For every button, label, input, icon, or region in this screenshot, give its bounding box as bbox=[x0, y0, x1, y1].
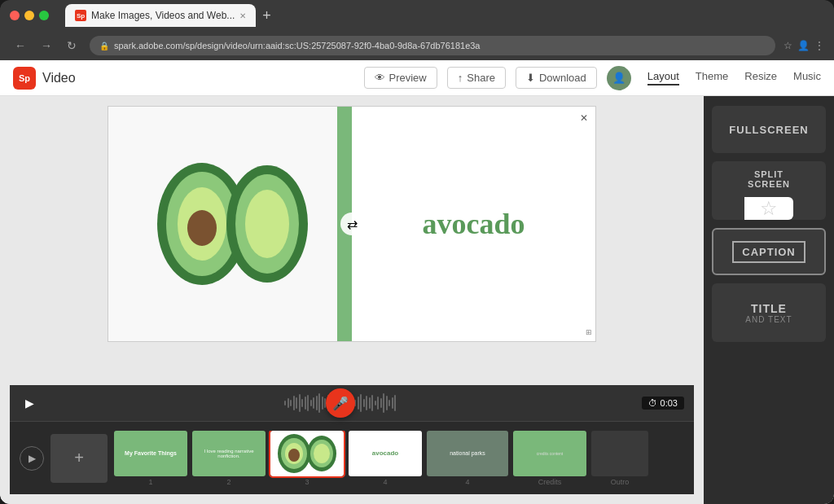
waveform-bar bbox=[377, 397, 379, 410]
close-traffic-light[interactable] bbox=[10, 11, 20, 20]
split-screen-right: ☆ bbox=[744, 197, 793, 220]
add-slide-button[interactable]: + bbox=[50, 434, 108, 483]
waveform-bar bbox=[380, 398, 382, 408]
browser-window: Sp Make Images, Videos and Web... ✕ + ← … bbox=[0, 0, 834, 504]
url-text: spark.adobe.com/sp/design/video/urn:aaid… bbox=[114, 41, 766, 50]
swap-icon[interactable]: ⇄ bbox=[340, 213, 363, 235]
slide-thumbnail-5[interactable]: national parks bbox=[427, 431, 508, 476]
filmstrip-slide-5: national parks 4 bbox=[427, 431, 508, 486]
back-button[interactable]: ← bbox=[10, 37, 31, 54]
plus-icon: + bbox=[74, 449, 84, 467]
slide-4-number: 4 bbox=[383, 478, 387, 486]
split-screen-label: SPLIT SCREEN bbox=[748, 169, 790, 189]
reload-button[interactable]: ↻ bbox=[62, 37, 81, 54]
slide-2-number: 2 bbox=[226, 478, 230, 486]
slide-3-mini-avocado bbox=[271, 432, 343, 476]
download-label: Download bbox=[539, 72, 586, 84]
nav-layout[interactable]: Layout bbox=[647, 70, 679, 85]
fullscreen-label: FULLSCREEN bbox=[721, 116, 816, 144]
tab-bar: Sp Make Images, Videos and Web... ✕ + bbox=[65, 4, 824, 27]
slide-outro-number: Outro bbox=[611, 478, 630, 486]
microphone-button[interactable]: 🎤 bbox=[326, 388, 355, 418]
app-title: Video bbox=[42, 71, 76, 85]
right-nav: Layout Theme Resize Music bbox=[647, 70, 821, 85]
logo-area: Sp Video bbox=[13, 67, 76, 90]
slide-left: ⇄ bbox=[108, 107, 352, 341]
layout-option-title[interactable]: TITLE AND TEXT bbox=[712, 283, 826, 342]
preview-label: Preview bbox=[389, 72, 427, 84]
filmstrip-slides: My Favorite Things 1 I love reading narr… bbox=[114, 431, 648, 486]
slide-thumbnail-2[interactable]: I love reading narrative nonfiction. bbox=[192, 431, 266, 476]
profile-icon[interactable]: 👤 bbox=[797, 40, 810, 51]
menu-icon[interactable]: ⋮ bbox=[814, 40, 824, 51]
filmstrip-play-button[interactable]: ▶ bbox=[20, 446, 44, 471]
forward-button[interactable]: → bbox=[36, 37, 57, 54]
slide-5-text: national parks bbox=[450, 450, 485, 456]
clock-icon: ⏱ bbox=[648, 398, 657, 408]
user-avatar[interactable]: 👤 bbox=[607, 66, 631, 90]
share-button[interactable]: ↑ Share bbox=[447, 67, 506, 89]
browser-nav-buttons: ← → ↻ bbox=[10, 37, 81, 54]
title-bar: Sp Make Images, Videos and Web... ✕ + bbox=[0, 0, 834, 31]
caption-label: CAPTION bbox=[732, 241, 805, 263]
nav-resize[interactable]: Resize bbox=[744, 70, 777, 85]
slide-thumbnail-3[interactable] bbox=[270, 431, 344, 476]
tab-title: Make Images, Videos and Web... bbox=[91, 10, 235, 21]
split-screen-left: SPLIT SCREEN bbox=[748, 161, 790, 197]
avocado-illustration bbox=[141, 142, 320, 305]
spark-logo: Sp bbox=[13, 67, 36, 90]
maximize-traffic-light[interactable] bbox=[39, 11, 49, 20]
layout-option-fullscreen[interactable]: FULLSCREEN bbox=[712, 106, 826, 153]
app-content: Sp Video 👁 Preview ↑ Share ⬇ Download 👤 bbox=[0, 60, 834, 504]
video-canvas: ✕ bbox=[108, 106, 596, 342]
slide-1-number: 1 bbox=[148, 478, 152, 486]
tab-close-button[interactable]: ✕ bbox=[239, 11, 246, 20]
svg-point-6 bbox=[245, 190, 289, 258]
slide-thumbnail-credits[interactable]: credits content bbox=[513, 431, 586, 476]
slide-thumbnail-1[interactable]: My Favorite Things bbox=[114, 431, 187, 476]
new-tab-button[interactable]: + bbox=[256, 7, 278, 24]
waveform-bar bbox=[375, 401, 376, 405]
and-text-label: AND TEXT bbox=[745, 315, 792, 324]
waveform-bar bbox=[316, 396, 318, 410]
waveform-bar bbox=[284, 401, 286, 405]
filmstrip-slide-1: My Favorite Things 1 bbox=[114, 431, 187, 486]
waveform-bar bbox=[383, 393, 384, 413]
split-label-line1: SPLIT bbox=[754, 169, 784, 179]
preview-button[interactable]: 👁 Preview bbox=[364, 67, 437, 89]
nav-theme[interactable]: Theme bbox=[696, 70, 728, 85]
layout-option-split-screen[interactable]: SPLIT SCREEN ☆ bbox=[712, 161, 826, 220]
minimize-traffic-light[interactable] bbox=[24, 11, 34, 20]
waveform-bar bbox=[296, 397, 297, 409]
waveform-bar bbox=[313, 397, 314, 409]
nav-music[interactable]: Music bbox=[793, 70, 821, 85]
slide-thumbnail-4[interactable]: avocado bbox=[349, 431, 422, 476]
slide-thumbnail-outro[interactable] bbox=[591, 431, 648, 476]
canvas-close-button[interactable]: ✕ bbox=[576, 110, 592, 126]
filmstrip-slide-2: I love reading narrative nonfiction. 2 bbox=[192, 431, 266, 486]
bookmark-icon[interactable]: ☆ bbox=[784, 40, 792, 51]
waveform-bar bbox=[363, 399, 365, 407]
star-icon: ☆ bbox=[760, 197, 778, 220]
waveform-bar bbox=[360, 394, 362, 412]
slide-2-text: I love reading narrative nonfiction. bbox=[192, 449, 266, 458]
bottom-right-icons: ⊞ bbox=[586, 328, 592, 336]
waveform-bar bbox=[307, 395, 309, 411]
download-icon: ⬇ bbox=[526, 72, 535, 84]
waveform-bar bbox=[305, 397, 306, 410]
time-display: 0:03 bbox=[661, 398, 678, 408]
waveform-bar bbox=[301, 399, 303, 407]
filmstrip-slide-outro: Outro bbox=[591, 431, 648, 486]
share-icon: ↑ bbox=[458, 72, 463, 84]
svg-point-13 bbox=[314, 444, 330, 463]
play-button[interactable]: ▶ bbox=[20, 393, 39, 413]
address-bar: ← → ↻ 🔒 spark.adobe.com/sp/design/video/… bbox=[0, 31, 834, 60]
download-button[interactable]: ⬇ Download bbox=[516, 67, 597, 89]
title-label: TITLE bbox=[751, 302, 787, 315]
waveform-bar bbox=[369, 397, 371, 409]
active-tab[interactable]: Sp Make Images, Videos and Web... ✕ bbox=[65, 4, 256, 27]
layout-option-caption[interactable]: CAPTION bbox=[712, 228, 826, 275]
url-bar[interactable]: 🔒 spark.adobe.com/sp/design/video/urn:aa… bbox=[90, 36, 775, 55]
waveform-bar bbox=[293, 396, 295, 410]
filmstrip-slide-3: 3 bbox=[270, 431, 344, 486]
